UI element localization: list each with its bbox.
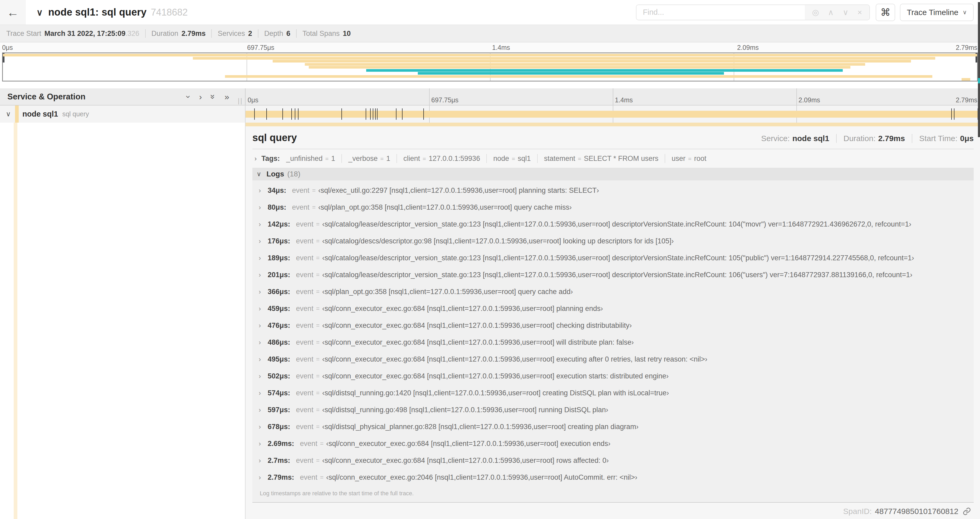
view-selector-dropdown[interactable]: Trace Timeline ∨ bbox=[900, 4, 974, 21]
tag-key: node bbox=[493, 155, 509, 163]
log-expand-chevron-icon[interactable]: › bbox=[259, 288, 268, 295]
link-icon[interactable] bbox=[963, 507, 971, 516]
log-expand-chevron-icon[interactable]: › bbox=[259, 237, 268, 245]
log-field-name: event bbox=[296, 423, 313, 431]
log-timestamp: 476μs: bbox=[268, 321, 290, 330]
log-expand-chevron-icon[interactable]: › bbox=[259, 204, 268, 211]
log-row[interactable]: ›201μs:event=‹sql/catalog/lease/descript… bbox=[252, 267, 974, 283]
log-row[interactable]: ›366μs:event=‹sql/plan_opt.go:358 [nsql1… bbox=[252, 283, 974, 300]
log-field-value: ‹sql/catalog/descs/descriptor.go:98 [nsq… bbox=[322, 237, 674, 245]
log-expand-chevron-icon[interactable]: › bbox=[259, 389, 268, 397]
logs-collapse-chevron-icon[interactable]: ∨ bbox=[256, 170, 261, 178]
log-row[interactable]: ›495μs:event=‹sql/conn_executor_exec.go:… bbox=[252, 351, 974, 367]
command-icon: ⌘ bbox=[880, 6, 891, 18]
prev-match-icon[interactable]: ∧ bbox=[828, 8, 834, 16]
log-expand-chevron-icon[interactable]: › bbox=[259, 372, 268, 380]
log-marker-tick bbox=[402, 109, 402, 120]
tag-value: SELECT * FROM users bbox=[584, 155, 658, 163]
log-expand-chevron-icon[interactable]: › bbox=[259, 423, 268, 431]
minimap-span-bar bbox=[3, 54, 977, 56]
log-row[interactable]: ›34μs:event=‹sql/exec_util.go:2297 [nsql… bbox=[252, 182, 974, 199]
tag-item: _verbose=1 bbox=[348, 155, 390, 163]
log-row[interactable]: ›189μs:event=‹sql/catalog/lease/descript… bbox=[252, 249, 974, 267]
next-match-icon[interactable]: ∨ bbox=[843, 8, 848, 16]
log-expand-chevron-icon[interactable]: › bbox=[259, 474, 268, 481]
tag-item: _unfinished=1 bbox=[286, 155, 335, 163]
log-marker-tick bbox=[373, 109, 373, 120]
log-field-name: event bbox=[300, 440, 317, 448]
column-resizer-grip[interactable]: || bbox=[238, 97, 243, 105]
expand-one-icon[interactable]: › bbox=[199, 93, 202, 101]
span-duration-bar[interactable] bbox=[245, 111, 978, 118]
log-row[interactable]: ›502μs:event=‹sql/conn_executor_exec.go:… bbox=[252, 367, 974, 385]
keyboard-shortcuts-button[interactable]: ⌘ bbox=[876, 4, 895, 21]
page-scrollbar-thumb[interactable] bbox=[978, 2, 980, 137]
log-expand-chevron-icon[interactable]: › bbox=[259, 187, 268, 194]
equals-sign: = bbox=[512, 156, 515, 163]
log-expand-chevron-icon[interactable]: › bbox=[259, 322, 268, 329]
equals-sign: = bbox=[312, 204, 316, 211]
log-row[interactable]: ›459μs:event=‹sql/conn_executor_exec.go:… bbox=[252, 300, 974, 317]
separator bbox=[341, 154, 342, 163]
axis-tick-label: 697.75μs bbox=[245, 44, 274, 51]
equals-sign: = bbox=[316, 406, 320, 414]
log-expand-chevron-icon[interactable]: › bbox=[259, 220, 268, 228]
timeline-header: Service & Operation › › » » || 0μs697.75… bbox=[0, 88, 980, 105]
axis-tick-label: 0μs bbox=[245, 96, 258, 104]
log-marker-tick bbox=[266, 109, 267, 120]
log-expand-chevron-icon[interactable]: › bbox=[259, 271, 268, 279]
span-collapse-chevron-icon[interactable]: ∨ bbox=[6, 110, 11, 118]
log-marker-tick bbox=[254, 109, 255, 120]
summary-label: Trace Start bbox=[6, 30, 41, 38]
log-marker-tick bbox=[282, 109, 283, 120]
summary-label: Total Spans bbox=[302, 30, 340, 38]
log-row[interactable]: ›2.79ms:event=‹sql/conn_executor_exec.go… bbox=[252, 469, 974, 486]
log-field-value: ‹sql/conn_executor_exec.go:684 [nsql1,cl… bbox=[322, 355, 707, 363]
log-row[interactable]: ›2.7ms:event=‹sql/conn_executor_exec.go:… bbox=[252, 452, 974, 469]
log-row[interactable]: ›597μs:event=‹sql/distsql_running.go:498… bbox=[252, 401, 974, 418]
equals-sign: = bbox=[316, 221, 320, 228]
log-field-value: ‹sql/conn_executor_exec.go:2046 [nsql1,c… bbox=[326, 473, 637, 482]
log-row[interactable]: ›678μs:event=‹sql/distsql_physical_plann… bbox=[252, 418, 974, 435]
log-row[interactable]: ›176μs:event=‹sql/catalog/descs/descript… bbox=[252, 233, 974, 249]
find-input[interactable] bbox=[636, 5, 805, 20]
clear-search-icon[interactable]: × bbox=[858, 8, 862, 16]
separator bbox=[145, 29, 146, 38]
span-detail-title: sql query bbox=[252, 132, 297, 144]
log-expand-chevron-icon[interactable]: › bbox=[259, 406, 268, 414]
log-expand-chevron-icon[interactable]: › bbox=[259, 339, 268, 346]
log-expand-chevron-icon[interactable]: › bbox=[259, 356, 268, 363]
log-row[interactable]: ›486μs:event=‹sql/conn_executor_exec.go:… bbox=[252, 334, 974, 351]
log-row[interactable]: ›476μs:event=‹sql/conn_executor_exec.go:… bbox=[252, 317, 974, 334]
focus-target-icon[interactable]: ◎ bbox=[812, 8, 819, 16]
log-field-value: ‹sql/catalog/lease/descriptor_version_st… bbox=[322, 254, 914, 262]
log-expand-chevron-icon[interactable]: › bbox=[259, 440, 268, 447]
log-expand-chevron-icon[interactable]: › bbox=[259, 254, 268, 262]
collapse-all-icon[interactable]: » bbox=[209, 94, 217, 99]
collapse-one-icon[interactable]: › bbox=[185, 95, 193, 98]
log-row[interactable]: ›2.69ms:event=‹sql/conn_executor_exec.go… bbox=[252, 435, 974, 452]
tags-row[interactable]: › Tags: _unfinished=1_verbose=1client=12… bbox=[252, 149, 974, 168]
log-marker-tick bbox=[375, 109, 375, 120]
span-row-name-cell[interactable]: ∨ node sql1 sql query bbox=[0, 105, 245, 123]
detail-meta-label: Start Time: bbox=[919, 134, 957, 143]
log-timestamp: 459μs: bbox=[268, 305, 290, 313]
log-row[interactable]: ›80μs:event=‹sql/plan_opt.go:358 [nsql1,… bbox=[252, 199, 974, 216]
log-field-name: event bbox=[296, 372, 313, 380]
log-expand-chevron-icon[interactable]: › bbox=[259, 305, 268, 313]
back-button[interactable]: ← bbox=[0, 0, 26, 24]
log-row[interactable]: ›142μs:event=‹sql/catalog/lease/descript… bbox=[252, 216, 974, 233]
span-row-timeline-cell[interactable] bbox=[245, 105, 980, 123]
expand-all-icon[interactable]: » bbox=[224, 93, 229, 101]
tag-item: statement=SELECT * FROM users bbox=[544, 155, 659, 163]
spanid-label: SpanID: bbox=[843, 507, 872, 516]
logs-header[interactable]: ∨ Logs (18) bbox=[252, 168, 974, 180]
tag-key: client bbox=[403, 155, 420, 163]
trace-collapse-chevron-icon[interactable]: ∨ bbox=[37, 7, 43, 18]
tags-expand-chevron-icon[interactable]: › bbox=[255, 155, 256, 163]
minimap-canvas[interactable] bbox=[2, 53, 978, 81]
log-expand-chevron-icon[interactable]: › bbox=[259, 457, 268, 465]
log-rows: ›34μs:event=‹sql/exec_util.go:2297 [nsql… bbox=[252, 180, 974, 486]
log-timestamp: 597μs: bbox=[268, 406, 290, 414]
log-row[interactable]: ›574μs:event=‹sql/distsql_running.go:142… bbox=[252, 385, 974, 401]
